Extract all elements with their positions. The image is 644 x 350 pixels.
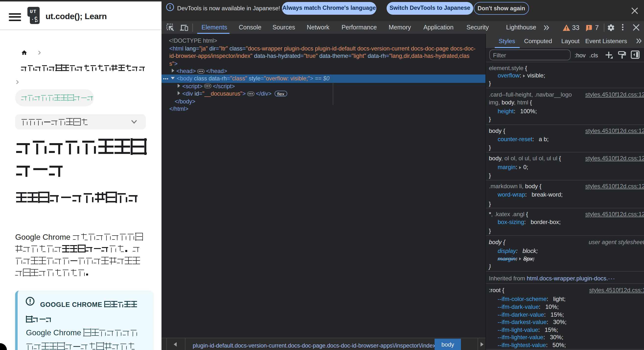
svg-text:.C: .C — [31, 16, 38, 21]
svg-text:UT: UT — [30, 9, 37, 15]
